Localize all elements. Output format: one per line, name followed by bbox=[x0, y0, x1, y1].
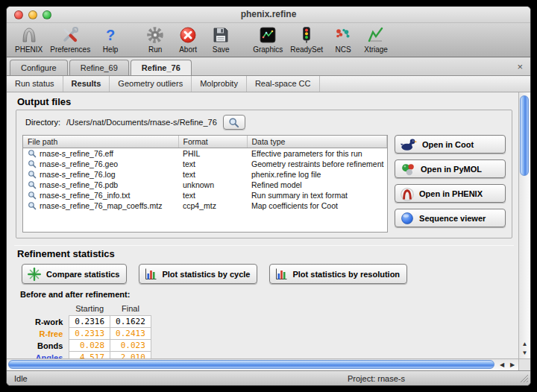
button-label: Sequence viewer bbox=[419, 214, 486, 223]
open-in-coot-button[interactable]: Open in Coot bbox=[395, 135, 506, 154]
before-after-label: Before and after refinement: bbox=[20, 290, 515, 299]
stat-starting-value: 0.2316 bbox=[69, 316, 110, 328]
viewer-buttons: Open in Coot Open in PyMOL bbox=[395, 135, 506, 227]
subtab-geometry-outliers[interactable]: Geometry outliers bbox=[110, 76, 192, 92]
minimize-window-button[interactable] bbox=[28, 10, 37, 19]
button-label: Plot statistics by cycle bbox=[162, 270, 250, 279]
toolbar-label: Run bbox=[148, 45, 162, 54]
stat-starting-value: 0.028 bbox=[69, 340, 110, 352]
tab-refine-69[interactable]: Refine_69 bbox=[69, 60, 129, 75]
column-header-data-type[interactable]: Data type bbox=[247, 136, 387, 148]
sequence-viewer-button[interactable]: Sequence viewer bbox=[395, 209, 506, 227]
tab-refine-76[interactable]: Refine_76 bbox=[131, 60, 192, 75]
subtab-bar: Run status Results Geometry outliers Mol… bbox=[7, 76, 530, 92]
scroll-down-arrow[interactable]: ▼ bbox=[519, 349, 530, 358]
toolbar-button-preferences[interactable]: Preferences bbox=[46, 24, 94, 54]
refinement-stats-table: Starting Final R-work 0.2316 0.1622 R-fr… bbox=[34, 303, 151, 358]
file-datatype: Effective parameters for this run bbox=[247, 148, 387, 159]
xtriage-plot-icon bbox=[366, 24, 386, 45]
toolbar-button-help[interactable]: ? Help bbox=[94, 24, 127, 54]
scroll-up-arrow[interactable]: ▲ bbox=[519, 340, 530, 349]
toolbar: PHENIX Preferences ? bbox=[7, 23, 530, 57]
directory-label: Directory: bbox=[25, 118, 60, 127]
tab-bar: Configure Refine_69 Refine_76 × bbox=[7, 57, 530, 76]
zoom-window-button[interactable] bbox=[43, 10, 51, 19]
vertical-scrollbar[interactable]: ▲ ▼ bbox=[518, 92, 530, 358]
toolbar-button-ncs[interactable]: NCS bbox=[327, 24, 359, 54]
file-format: text bbox=[178, 169, 247, 180]
files-area: File path Format Data type rnase-s_refin… bbox=[22, 135, 506, 233]
graphics-screen-icon bbox=[258, 24, 277, 45]
plot-by-resolution-button[interactable]: Plot statistics by resolution bbox=[269, 264, 407, 284]
bar-chart-icon bbox=[274, 268, 288, 281]
scroll-left-arrow[interactable]: ◀ bbox=[497, 361, 507, 368]
toolbar-button-phenix[interactable]: PHENIX bbox=[11, 24, 46, 54]
subtab-molprobity[interactable]: Molprobity bbox=[192, 76, 247, 92]
titlebar[interactable]: phenix.refine bbox=[7, 7, 530, 23]
scroll-area: Output files Directory: /Users/nat/Docum… bbox=[7, 92, 518, 358]
subtab-run-status[interactable]: Run status bbox=[7, 76, 63, 92]
toolbar-label: Abort bbox=[179, 45, 197, 54]
stats-row-r-work: R-work 0.2316 0.1622 bbox=[34, 316, 151, 328]
scroll-right-arrow[interactable]: ▶ bbox=[507, 361, 518, 368]
open-in-phenix-button[interactable]: Open in PHENIX bbox=[395, 184, 506, 203]
project-label: Project: rnase-s bbox=[348, 371, 405, 386]
browse-directory-button[interactable] bbox=[223, 115, 245, 130]
stat-label: Angles bbox=[34, 352, 69, 359]
file-datatype: Refined model bbox=[247, 180, 387, 190]
tab-configure[interactable]: Configure bbox=[10, 60, 68, 75]
resize-grip-icon[interactable] bbox=[520, 374, 529, 385]
column-header-file-path[interactable]: File path bbox=[23, 136, 178, 148]
button-label: Open in PHENIX bbox=[419, 189, 483, 198]
output-files-table: File path Format Data type rnase-s_refin… bbox=[22, 135, 388, 233]
toolbar-label: Help bbox=[103, 45, 119, 54]
plot-by-cycle-button[interactable]: Plot statistics by cycle bbox=[139, 264, 257, 284]
file-datatype: Run summary in text format bbox=[247, 190, 387, 200]
toolbar-button-xtriage[interactable]: Xtriage bbox=[359, 24, 392, 54]
vertical-scrollbar-thumb[interactable] bbox=[520, 95, 529, 176]
button-label: Plot statistics by resolution bbox=[292, 270, 400, 279]
status-text: Idle bbox=[14, 374, 28, 383]
table-row[interactable]: rnase-s_refine_76_map_coeffs.mtz ccp4_mt… bbox=[23, 200, 387, 211]
subtab-results[interactable]: Results bbox=[63, 76, 110, 92]
svg-text:?: ? bbox=[106, 27, 115, 43]
stat-label: R-free bbox=[34, 328, 69, 340]
toolbar-button-save[interactable]: Save bbox=[204, 24, 237, 54]
close-tab-icon[interactable]: × bbox=[509, 61, 530, 72]
output-files-panel: Directory: /Users/nat/Documents/rnase-s/… bbox=[16, 110, 512, 238]
scrollbar-corner bbox=[518, 358, 530, 370]
file-name: rnase-s_refine_76_info.txt bbox=[40, 191, 130, 200]
table-row[interactable]: rnase-s_refine_76.log text phenix.refine… bbox=[23, 169, 387, 180]
table-row[interactable]: rnase-s_refine_76_info.txt text Run summ… bbox=[23, 190, 387, 200]
file-format: text bbox=[178, 190, 247, 200]
toolbar-label: PHENIX bbox=[15, 45, 43, 54]
stats-row-angles: Angles 4.517 2.010 bbox=[34, 352, 151, 359]
horizontal-scrollbar-thumb[interactable] bbox=[8, 360, 494, 369]
toolbar-button-abort[interactable]: Abort bbox=[172, 24, 204, 54]
toolbar-button-graphics[interactable]: Graphics bbox=[249, 24, 286, 54]
toolbar-label: Preferences bbox=[50, 45, 90, 54]
statistics-buttons: Compare statistics Plot statistics by cy… bbox=[22, 264, 515, 284]
toolbar-label: Graphics bbox=[253, 45, 283, 54]
table-row[interactable]: rnase-s_refine_76.geo text Geometry rest… bbox=[23, 159, 387, 169]
toolbar-label: NCS bbox=[336, 45, 351, 54]
stat-final-value: 0.023 bbox=[110, 340, 151, 352]
toolbar-button-readyset[interactable]: ReadySet bbox=[286, 24, 327, 54]
file-name: rnase-s_refine_76.log bbox=[40, 170, 116, 179]
close-window-button[interactable] bbox=[14, 10, 23, 19]
compare-statistics-button[interactable]: Compare statistics bbox=[22, 264, 127, 284]
section-divider bbox=[14, 245, 514, 246]
table-row[interactable]: rnase-s_refine_76.eff PHIL Effective par… bbox=[23, 148, 387, 159]
column-header-format[interactable]: Format bbox=[178, 136, 247, 148]
table-row[interactable]: rnase-s_refine_76.pdb unknown Refined mo… bbox=[23, 180, 387, 190]
open-in-pymol-button[interactable]: Open in PyMOL bbox=[395, 159, 506, 178]
toolbar-button-run[interactable]: Run bbox=[139, 24, 172, 54]
toolbar-label: Save bbox=[213, 45, 230, 54]
results-panel: Output files Directory: /Users/nat/Docum… bbox=[7, 92, 530, 370]
stats-row-bonds: Bonds 0.028 0.023 bbox=[34, 340, 151, 352]
subtab-real-space-cc[interactable]: Real-space CC bbox=[247, 76, 320, 92]
horizontal-scrollbar[interactable]: ◀ ▶ bbox=[7, 358, 518, 370]
file-datatype: phenix.refine log file bbox=[247, 169, 387, 180]
magnifier-icon bbox=[28, 170, 37, 179]
stats-header-final: Final bbox=[110, 303, 151, 316]
